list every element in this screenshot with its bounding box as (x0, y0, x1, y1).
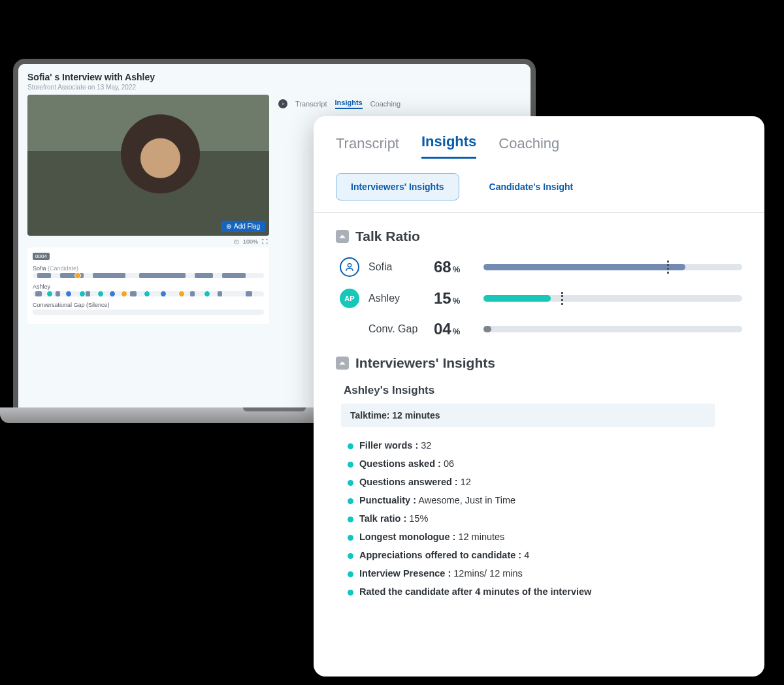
talk-row-gap: Conv. Gap 04% (340, 320, 742, 338)
timeline-panel: 0004 Sofia (Candidate) (27, 247, 269, 324)
tab-coaching[interactable]: Coaching (498, 135, 559, 159)
collapse-icon[interactable]: › (278, 99, 287, 108)
timeline-candidate-name: Sofia (33, 265, 46, 272)
insights-panel: Transcript Insights Coaching Interviewer… (314, 116, 764, 677)
tab-small-insights[interactable]: Insights (335, 99, 363, 109)
clock-icon: ◴ (234, 238, 239, 245)
talk-value-sofia: 68 (434, 258, 451, 276)
insight-list: Filler words : 32 Questions asked : 06 Q… (348, 436, 742, 601)
marker-icon (667, 261, 669, 274)
list-item: Appreciations offered to candidate : 4 (348, 546, 742, 564)
timeline-row-gap: Conversational Gap (Silence) (33, 302, 264, 315)
page-subtitle: Storefront Associate on 13 May, 2022 (27, 84, 521, 91)
timeline-row-interviewer: Ashley (33, 283, 264, 296)
tab-transcript[interactable]: Transcript (336, 135, 399, 159)
tab-small-transcript[interactable]: Transcript (295, 100, 327, 108)
talk-bar-ashley (483, 295, 742, 302)
timeline-row-candidate: Sofia (Candidate) (33, 265, 264, 278)
list-item: Filler words : 32 (348, 436, 742, 454)
chevron-up-icon[interactable] (336, 357, 349, 370)
timeline-candidate-role: (Candidate) (48, 265, 78, 272)
timeline-track-gap[interactable] (33, 310, 264, 315)
talk-value-gap: 04 (434, 320, 451, 338)
timeline-interviewer-name: Ashley (33, 283, 264, 290)
list-item: Longest monologue : 12 minutes (348, 528, 742, 546)
expand-icon[interactable]: ⛶ (262, 238, 268, 245)
app-header: Sofia' s Interview with Ashley Storefron… (18, 72, 531, 95)
insight-subhead: Ashley's Insights (344, 384, 742, 397)
percent-label: % (453, 296, 461, 306)
interviewers-insights-header[interactable]: Interviewers' Insights (336, 355, 742, 371)
main-tabs: Transcript Insights Coaching (336, 133, 742, 159)
zoom-bar: ◴ 100% ⛶ (27, 236, 269, 247)
list-item: Punctuality : Awesome, Just in Time (348, 491, 742, 509)
add-flag-label: Add Flag (234, 223, 260, 230)
marker-icon (561, 292, 563, 305)
talktime-bar: Talktime: 12 minutes (341, 404, 715, 427)
divider (314, 212, 764, 213)
video-thumbnail[interactable]: ⊕ Add Flag (27, 95, 269, 236)
interviewers-insights-title: Interviewers' Insights (355, 355, 495, 371)
tab-small-coaching[interactable]: Coaching (370, 100, 400, 108)
timeline-gap-label: Conversational Gap (Silence) (33, 302, 264, 308)
add-flag-button[interactable]: ⊕ Add Flag (221, 221, 265, 232)
plus-icon: ⊕ (226, 223, 231, 230)
talk-name-gap: Conv. Gap (368, 323, 425, 335)
list-item: Interview Presence : 12mins/ 12 mins (348, 564, 742, 582)
talk-bar-gap (483, 326, 742, 332)
list-item: Questions answered : 12 (348, 473, 742, 491)
timeline-track-interviewer[interactable] (33, 291, 264, 296)
candidate-insight-link[interactable]: Candidate's Insight (489, 182, 574, 192)
timeline-track-candidate[interactable] (33, 273, 264, 278)
avatar: AP (340, 289, 359, 308)
user-icon (340, 257, 359, 277)
chevron-up-icon[interactable] (336, 230, 349, 243)
tab-insights[interactable]: Insights (421, 133, 476, 159)
talk-ratio-title: Talk Ratio (355, 229, 420, 244)
percent-label: % (453, 327, 461, 336)
time-tag: 0004 (33, 253, 50, 260)
talk-name-sofia: Sofia (368, 261, 425, 273)
interviewers-insights-button[interactable]: Interviewers' Insights (336, 173, 459, 200)
list-item: Talk ratio : 15% (348, 509, 742, 528)
list-item: Rated the candidate after 4 minutes of t… (348, 582, 742, 601)
svg-point-0 (348, 264, 351, 267)
talk-ratio-header[interactable]: Talk Ratio (336, 229, 742, 244)
talk-value-ashley: 15 (434, 289, 451, 308)
talk-row-sofia: Sofia 68% (340, 257, 742, 277)
page-title: Sofia' s Interview with Ashley (27, 72, 521, 82)
zoom-level: 100% (243, 238, 258, 245)
list-item: Questions asked : 06 (348, 454, 742, 473)
talk-bar-sofia (483, 264, 742, 270)
talk-name-ashley: Ashley (368, 293, 425, 304)
percent-label: % (453, 264, 461, 274)
talk-row-ashley: AP Ashley 15% (340, 289, 742, 308)
